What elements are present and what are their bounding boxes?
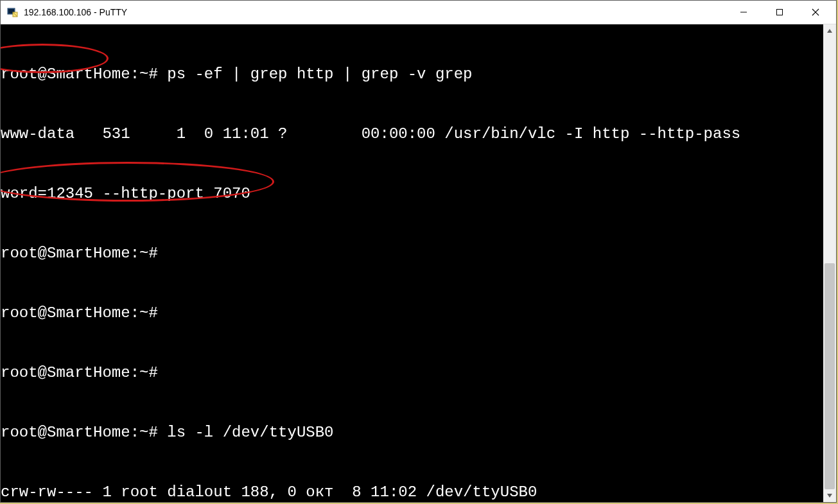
terminal-line: root@SmartHome:~# ls -l /dev/ttyUSB0: [1, 422, 823, 442]
terminal-line: www-data 531 1 0 11:01 ? 00:00:00 /usr/b…: [1, 124, 823, 144]
terminal-line: crw-rw---- 1 root dialout 188, 0 окт 8 1…: [1, 482, 823, 502]
svg-marker-8: [827, 29, 832, 33]
svg-marker-9: [827, 494, 832, 498]
window-controls: [726, 1, 834, 24]
terminal-line: root@SmartHome:~#: [1, 303, 823, 323]
putty-window: 192.168.100.106 - PuTTY root@SmartHome:~…: [0, 0, 837, 503]
scroll-up-button[interactable]: [823, 24, 836, 37]
titlebar[interactable]: 192.168.100.106 - PuTTY: [1, 1, 836, 24]
terminal-line: word=12345 --http-port 7070: [1, 184, 823, 204]
scrollbar-track[interactable]: [823, 37, 836, 489]
vertical-scrollbar[interactable]: [823, 24, 836, 502]
terminal[interactable]: root@SmartHome:~# ps -ef | grep http | g…: [1, 24, 823, 502]
terminal-line: root@SmartHome:~#: [1, 363, 823, 383]
maximize-button[interactable]: [762, 1, 798, 24]
client-area: root@SmartHome:~# ps -ef | grep http | g…: [1, 24, 836, 502]
terminal-line: root@SmartHome:~# ps -ef | grep http | g…: [1, 64, 823, 84]
putty-icon: [6, 6, 19, 19]
window-title: 192.168.100.106 - PuTTY: [24, 7, 726, 17]
svg-rect-5: [777, 10, 783, 15]
minimize-button[interactable]: [726, 1, 762, 24]
close-button[interactable]: [798, 1, 834, 24]
scroll-down-button[interactable]: [823, 489, 836, 502]
scrollbar-thumb[interactable]: [825, 263, 835, 489]
terminal-line: root@SmartHome:~#: [1, 243, 823, 263]
